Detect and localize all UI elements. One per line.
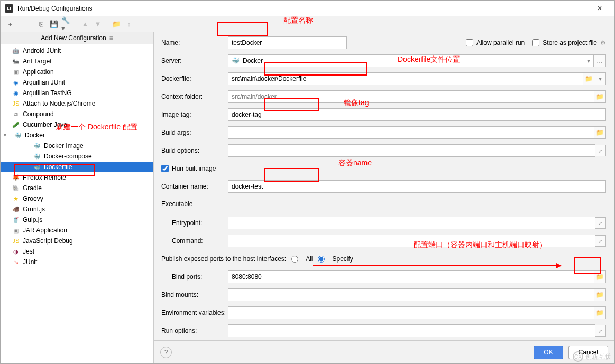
config-type-icon: 🥤 [12,216,20,223]
server-combo[interactable]: 🐳 Docker ▾ [228,54,594,67]
runbuilt-checkbox[interactable]: Run built image [159,165,216,172]
name-input[interactable] [228,36,347,49]
envvars-input[interactable] [228,306,594,319]
chevron-down-icon[interactable]: ▾ [594,72,606,85]
entrypoint-row: Entrypoint: ⤢ [159,217,606,229]
runoptions-label: Run options: [159,327,228,334]
tree-item-gradle[interactable]: 🐘Gradle [1,183,153,193]
tree-item-javascript-debug[interactable]: JSJavaScript Debug [1,236,153,246]
all-radio[interactable]: All [291,255,313,263]
up-icon[interactable]: ▲ [80,19,90,30]
add-icon[interactable]: ＋ [5,19,15,30]
config-type-icon: ◉ [12,79,20,86]
left-header-label: Add New Configuration [41,34,106,42]
app-icon: IJ [5,4,13,13]
expand-icon[interactable]: ⤢ [595,325,606,337]
expand-icon[interactable]: ⤢ [595,217,606,229]
specify-radio[interactable]: Specify [318,255,353,263]
tree-item-gulp-js[interactable]: 🥤Gulp.js [1,214,153,225]
tree-item-label: Cucumber Java [23,121,67,128]
body: Add New Configuration ≡ 🤖Android JUnit🐜A… [1,32,614,363]
tree-item-docker-image[interactable]: 🐳Docker Image [1,141,153,151]
command-row: Command: ⤢ [159,235,606,247]
tree-item-dockerfile[interactable]: 🐳Dockerfile [1,162,153,172]
tree-item-arquillian-junit[interactable]: ◉Arquillian JUnit [1,77,153,88]
tree-item-docker[interactable]: ▼🐳Docker [1,130,153,141]
bindports-input[interactable] [228,270,594,283]
close-icon[interactable]: × [589,4,610,13]
tree-item-application[interactable]: ▣Application [1,67,153,77]
tree-item-junit[interactable]: ↘JUnit [1,257,153,267]
right-panel: Name: Allow parallel run Store as projec… [154,32,614,363]
entrypoint-label: Entrypoint: [159,219,228,227]
config-type-icon: ★ [12,195,20,202]
config-tree[interactable]: 🤖Android JUnit🐜Ant Target▣Application◉Ar… [1,44,153,363]
folder-icon[interactable]: 📁 [111,19,122,30]
browse-icon[interactable]: 📁 [594,288,606,301]
tree-item-ant-target[interactable]: 🐜Ant Target [1,56,153,67]
tree-item-label: Attach to Node.js/Chrome [23,100,95,107]
allow-parallel-checkbox[interactable]: Allow parallel run [466,39,525,46]
buildoptions-label: Build options: [159,147,228,154]
server-value: Docker [243,57,263,64]
more-button[interactable]: … [593,54,606,67]
imagetag-row: Image tag: [159,108,606,121]
buildoptions-input[interactable] [228,144,595,157]
envvars-row: Environment variables: 📁 [159,306,606,319]
dialog: IJ Run/Debug Configurations × ＋ − ⎘ 💾 🔧▾… [0,0,615,364]
sort-icon[interactable]: ↕ [124,19,134,30]
dockerfile-input[interactable] [228,72,583,85]
tree-item-label: Jest [23,248,34,255]
expand-icon[interactable]: ⤢ [595,145,606,156]
save-icon[interactable]: 💾 [49,19,59,30]
imagetag-input[interactable] [228,108,606,121]
ok-button[interactable]: OK [534,346,563,359]
runoptions-input[interactable] [228,324,595,337]
tree-item-arquillian-testng[interactable]: ◉Arquillian TestNG [1,88,153,98]
tree-item-cucumber-java[interactable]: 🥒Cucumber Java [1,119,153,130]
store-project-checkbox[interactable]: Store as project file [532,39,597,46]
chevron-down-icon[interactable]: ▼ [3,133,9,138]
browse-icon[interactable]: 📁 [594,306,606,319]
config-type-icon: ◑ [12,248,20,255]
browse-icon[interactable]: 📁 [583,72,595,85]
bindports-row: Bind ports: 📁 [159,270,606,283]
browse-icon[interactable]: 📁 [594,126,606,139]
remove-icon[interactable]: − [17,19,28,30]
help-icon[interactable]: ? [160,347,172,358]
menu-icon[interactable]: ≡ [109,34,113,42]
tree-item-docker-compose[interactable]: 🐳Docker-compose [1,151,153,162]
separator [107,20,107,29]
wrench-icon[interactable]: 🔧▾ [61,19,72,30]
separator [76,20,76,29]
browse-icon[interactable]: 📁 [594,270,606,283]
docker-icon: 🐳 [232,57,240,64]
tree-item-groovy[interactable]: ★Groovy [1,193,153,204]
runbuilt-label: Run built image [172,165,216,172]
buildargs-input[interactable] [228,126,594,139]
expand-icon[interactable]: ⤢ [595,235,606,247]
entrypoint-input[interactable] [228,217,595,229]
watermark: CX创新互联 [573,351,611,362]
containername-input[interactable] [228,180,606,193]
tree-item-jar-application[interactable]: ▣JAR Application [1,225,153,236]
tree-item-label: Grunt.js [23,206,45,213]
down-icon[interactable]: ▼ [93,19,103,30]
gear-icon[interactable]: ⚙ [600,39,606,46]
name-label: Name: [159,39,228,46]
command-input[interactable] [228,235,595,247]
tree-item-firefox-remote[interactable]: 🦊Firefox Remote [1,172,153,183]
config-type-icon: 🐳 [33,153,41,160]
context-input[interactable] [228,90,594,103]
server-row: Server: 🐳 Docker ▾ … [159,54,606,67]
tree-item-attach-to-node-js-chrome[interactable]: JSAttach to Node.js/Chrome [1,98,153,109]
tree-item-jest[interactable]: ◑Jest [1,246,153,257]
tree-item-compound[interactable]: ⧉Compound [1,109,153,119]
browse-icon[interactable]: 📁 [594,90,606,103]
bindmounts-input[interactable] [228,288,594,301]
left-panel: Add New Configuration ≡ 🤖Android JUnit🐜A… [1,32,154,363]
toolbar: ＋ − ⎘ 💾 🔧▾ ▲ ▼ 📁 ↕ [1,16,614,32]
copy-icon[interactable]: ⎘ [36,19,47,30]
tree-item-android-junit[interactable]: 🤖Android JUnit [1,45,153,56]
tree-item-grunt-js[interactable]: 🐗Grunt.js [1,204,153,214]
